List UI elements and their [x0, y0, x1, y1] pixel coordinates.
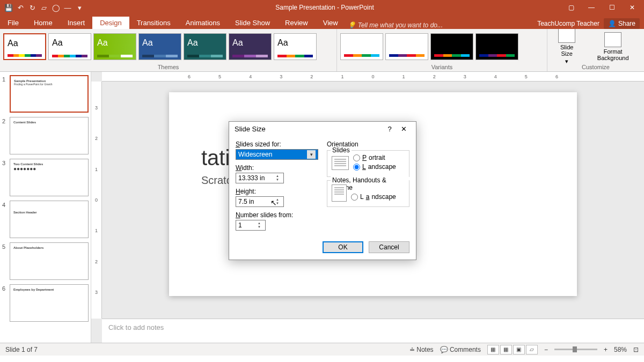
- sorter-view-icon[interactable]: ▦: [500, 345, 512, 354]
- start-from-beginning-icon[interactable]: ▱: [40, 3, 48, 12]
- tab-file[interactable]: File: [0, 17, 26, 29]
- slide-thumb-1[interactable]: 1Sample PresentationFinding a PowerPoint…: [2, 75, 89, 113]
- variant-thumb[interactable]: [475, 33, 518, 60]
- number-from-label: Number slides from:: [236, 211, 318, 219]
- zoom-slider[interactable]: [554, 349, 597, 350]
- theme-thumb[interactable]: Aa: [93, 33, 136, 60]
- comments-button[interactable]: 💬 Comments: [440, 346, 481, 353]
- slide-thumb-3[interactable]: 3Two Content Slides●●●●●●●: [2, 159, 89, 196]
- theme-thumb[interactable]: Aa: [274, 33, 317, 60]
- themes-gallery[interactable]: Aa Aa Aa Aa Aa Aa Aa: [0, 29, 336, 64]
- close-icon[interactable]: ✕: [623, 0, 642, 15]
- variant-thumb[interactable]: [430, 33, 473, 60]
- sized-for-label: Slides sized for:: [236, 141, 318, 148]
- sized-for-select[interactable]: Widescreen▾: [236, 149, 318, 160]
- slides-orientation-group: Slides Portrait Landscape: [327, 150, 409, 177]
- maximize-icon[interactable]: ☐: [602, 0, 621, 15]
- page-icon: [332, 184, 347, 202]
- titlebar: 💾 ↶ ↻ ▱ ◯ ― ▾ Sample Presentation - Powe…: [0, 0, 644, 15]
- dialog-help-icon[interactable]: ?: [383, 125, 397, 133]
- slide-size-icon: [558, 29, 575, 43]
- theme-thumb[interactable]: Aa: [184, 33, 226, 60]
- slide-counter[interactable]: Slide 1 of 7: [5, 346, 38, 353]
- minimize-icon[interactable]: ―: [582, 0, 601, 15]
- account-name[interactable]: TeachUcomp Teacher: [537, 20, 599, 27]
- tab-insert[interactable]: Insert: [60, 17, 93, 29]
- quick-access-toolbar: 💾 ↶ ↻ ▱ ◯ ― ▾: [0, 3, 88, 12]
- height-label: Height:: [236, 188, 318, 195]
- slides-portrait-radio[interactable]: Portrait: [353, 154, 396, 161]
- fit-to-window-icon[interactable]: ⊡: [633, 346, 639, 353]
- page-icon: [332, 156, 349, 170]
- slide-thumb-4[interactable]: 4Section Header: [2, 201, 89, 238]
- ribbon-content: Aa Aa Aa Aa Aa Aa Aa Themes Variants Sli…: [0, 29, 644, 72]
- zoom-out-icon[interactable]: −: [544, 346, 548, 353]
- tab-review[interactable]: Review: [277, 17, 316, 29]
- theme-thumb[interactable]: Aa: [48, 33, 91, 60]
- slide-thumb-2[interactable]: 2Content Slides: [2, 117, 89, 154]
- slide-thumb-6[interactable]: 6Employees by Department: [2, 284, 89, 322]
- line-icon[interactable]: ―: [63, 3, 72, 12]
- tab-view[interactable]: View: [316, 17, 346, 29]
- slide-size-dialog: Slide Size ? ✕ Slides sized for: Widescr…: [229, 121, 416, 260]
- chevron-down-icon: ▾: [307, 150, 316, 159]
- variant-thumb[interactable]: [385, 33, 428, 60]
- width-input[interactable]: 13.333 in▲▼: [236, 173, 284, 183]
- ok-button[interactable]: OK: [323, 241, 363, 253]
- tab-animations[interactable]: Animations: [178, 17, 228, 29]
- cancel-button[interactable]: Cancel: [369, 241, 409, 253]
- slideshow-view-icon[interactable]: ▱: [526, 345, 538, 354]
- group-label-customize: Customize: [547, 64, 644, 71]
- tab-slideshow[interactable]: Slide Show: [228, 17, 277, 29]
- tell-me[interactable]: 💡 Tell me what you want to do...: [346, 21, 443, 29]
- theme-thumb[interactable]: Aa: [3, 33, 46, 60]
- undo-icon[interactable]: ↶: [16, 3, 25, 12]
- notes-pane[interactable]: Click to add notes: [102, 319, 644, 343]
- redo-icon[interactable]: ↻: [28, 3, 36, 12]
- slide-thumb-5[interactable]: 5About Placeholders: [2, 242, 89, 280]
- qat-dropdown-icon[interactable]: ▾: [75, 3, 84, 12]
- group-label-themes: Themes: [0, 64, 336, 71]
- group-label-variants: Variants: [337, 64, 547, 71]
- dialog-title: Slide Size: [235, 125, 383, 133]
- format-background-icon: [604, 32, 621, 47]
- variant-thumb[interactable]: [340, 33, 383, 60]
- dialog-close-icon[interactable]: ✕: [397, 125, 411, 133]
- ribbon-tabs: File Home Insert Design Transitions Anim…: [0, 15, 644, 29]
- normal-view-icon[interactable]: ▦: [487, 345, 499, 354]
- zoom-in-icon[interactable]: +: [604, 346, 608, 353]
- height-input[interactable]: 7.5 in▲▼: [236, 196, 284, 207]
- reading-view-icon[interactable]: ▣: [513, 345, 525, 354]
- notes-landscape-radio[interactable]: Landscape: [351, 193, 396, 201]
- number-from-input[interactable]: 1▲▼: [236, 220, 266, 231]
- horizontal-ruler: 6543210123456: [102, 72, 644, 82]
- slide-thumbnails-panel[interactable]: 1Sample PresentationFinding a PowerPoint…: [0, 72, 91, 343]
- vertical-ruler: 3210123: [91, 82, 102, 319]
- width-label: Width:: [236, 164, 318, 172]
- variants-gallery[interactable]: [337, 29, 547, 64]
- tab-design[interactable]: Design: [92, 17, 129, 29]
- window-title: Sample Presentation - PowerPoint: [88, 4, 561, 11]
- notes-button[interactable]: ≐ Notes: [409, 346, 434, 353]
- zoom-level[interactable]: 58%: [614, 346, 627, 353]
- tab-home[interactable]: Home: [26, 17, 60, 29]
- save-icon[interactable]: 💾: [4, 3, 13, 12]
- circle-icon[interactable]: ◯: [52, 3, 60, 12]
- status-bar: Slide 1 of 7 ≐ Notes 💬 Comments ▦ ▦ ▣ ▱ …: [0, 343, 644, 356]
- slides-landscape-radio[interactable]: Landscape: [353, 163, 396, 171]
- theme-thumb[interactable]: Aa: [138, 33, 181, 60]
- notes-orientation-group: Notes, Handouts & Outline Portrait Lands…: [327, 180, 409, 207]
- ribbon-options-icon[interactable]: ▢: [561, 0, 581, 15]
- share-button[interactable]: 👤 Share: [604, 18, 640, 29]
- theme-thumb[interactable]: Aa: [229, 33, 272, 60]
- format-background-button[interactable]: Format Background: [585, 30, 641, 63]
- slide-size-button[interactable]: Slide Size▾: [551, 29, 583, 64]
- tab-transitions[interactable]: Transitions: [129, 17, 178, 29]
